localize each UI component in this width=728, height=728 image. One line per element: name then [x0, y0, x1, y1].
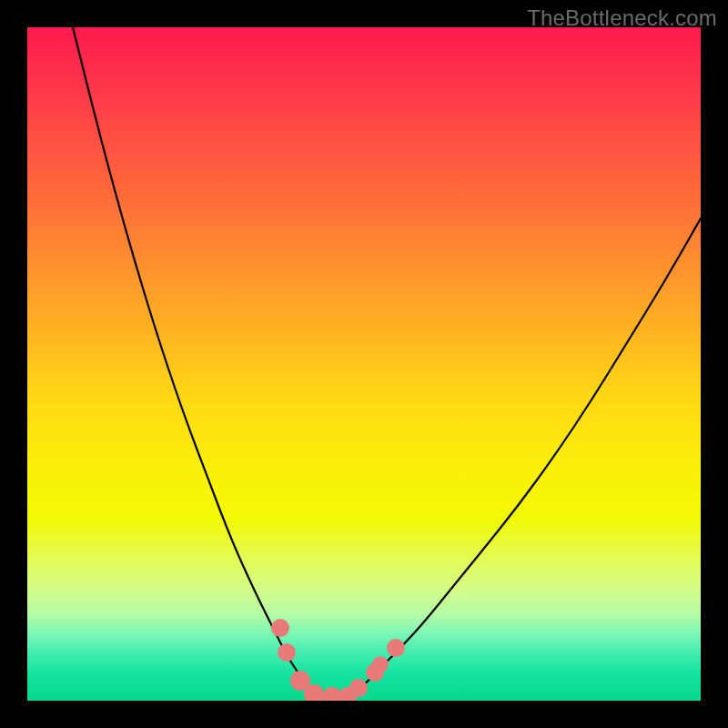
right-curve	[350, 218, 701, 696]
left-curve	[73, 27, 315, 696]
chart-frame	[27, 27, 701, 701]
marker-dot	[349, 679, 368, 697]
bottom-markers	[271, 619, 405, 701]
marker-dot	[271, 619, 289, 637]
watermark-text: TheBottleneck.com	[527, 5, 717, 31]
chart-svg	[27, 27, 701, 701]
marker-dot	[387, 639, 405, 657]
marker-dot	[372, 656, 389, 672]
marker-dot	[278, 643, 296, 662]
